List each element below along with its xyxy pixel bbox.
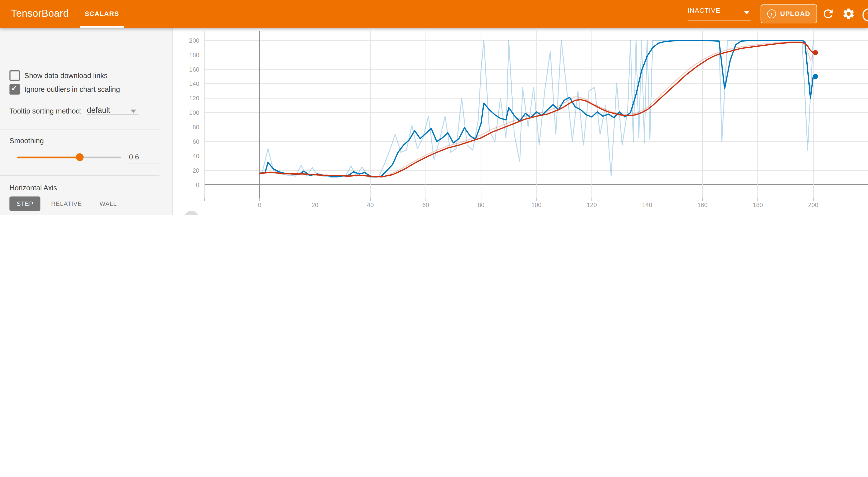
help-icon[interactable]: ? bbox=[863, 8, 868, 22]
svg-text:180: 180 bbox=[189, 52, 199, 58]
smoothing-label: Smoothing bbox=[9, 137, 44, 145]
slider-thumb[interactable] bbox=[75, 153, 83, 161]
checkbox-label: Ignore outliers in chart scaling bbox=[25, 85, 120, 94]
tab-scalars[interactable]: SCALARS bbox=[80, 0, 124, 28]
tooltip-sort-label: Tooltip sorting method: bbox=[9, 107, 82, 115]
svg-text:40: 40 bbox=[192, 153, 199, 159]
upload-button[interactable]: i UPLOAD bbox=[761, 4, 817, 23]
app-header: TensorBoard SCALARS INACTIVE i UPLOAD ? bbox=[0, 0, 868, 28]
smoothing-value-input[interactable]: 0.6 bbox=[129, 153, 159, 163]
checkbox[interactable]: ✓ bbox=[9, 84, 20, 95]
svg-text:160: 160 bbox=[697, 201, 708, 208]
main-content: 0204060801001201401601802000204060801001… bbox=[172, 28, 868, 215]
checkbox[interactable] bbox=[9, 70, 20, 81]
gear-icon[interactable] bbox=[842, 7, 855, 21]
app-title[interactable]: TensorBoard bbox=[11, 8, 69, 20]
axis-button-wall[interactable]: WALL bbox=[92, 196, 124, 211]
chart-toolbar bbox=[184, 211, 232, 215]
svg-text:200: 200 bbox=[189, 37, 199, 44]
option-checkbox-row: Show data download links bbox=[9, 70, 107, 81]
tooltip-sort-row: Tooltip sorting method: bbox=[9, 107, 82, 115]
svg-text:60: 60 bbox=[192, 138, 199, 145]
checkbox-label: Show data download links bbox=[25, 71, 107, 80]
rewards-chart-svg[interactable]: 0204060801001201401601802000204060801001… bbox=[173, 28, 868, 215]
upload-label: UPLOAD bbox=[780, 10, 810, 18]
status-label: INACTIVE bbox=[688, 7, 720, 14]
svg-text:100: 100 bbox=[531, 201, 541, 208]
axis-button-step[interactable]: STEP bbox=[9, 196, 41, 211]
settings-sidebar: Show data download links✓Ignore outliers… bbox=[0, 28, 172, 215]
chevron-down-icon bbox=[744, 11, 749, 14]
axis-button-relative[interactable]: RELATIVE bbox=[44, 196, 89, 211]
chevron-down-icon bbox=[130, 109, 136, 113]
svg-text:120: 120 bbox=[189, 95, 199, 101]
svg-text:140: 140 bbox=[642, 201, 652, 208]
smoothing-slider[interactable] bbox=[17, 157, 121, 158]
svg-text:60: 60 bbox=[422, 201, 429, 208]
refresh-icon[interactable] bbox=[822, 7, 835, 21]
svg-text:140: 140 bbox=[189, 80, 199, 87]
expand-chart-icon[interactable] bbox=[184, 211, 199, 215]
svg-text:20: 20 bbox=[192, 167, 199, 174]
option-checkbox-row: ✓Ignore outliers in chart scaling bbox=[9, 84, 120, 95]
fit-domain-icon[interactable] bbox=[217, 211, 232, 215]
status-dropdown[interactable]: INACTIVE bbox=[688, 7, 751, 21]
horizontal-axis-buttons: STEPRELATIVEWALL bbox=[9, 196, 124, 211]
svg-text:80: 80 bbox=[478, 201, 485, 208]
svg-text:160: 160 bbox=[189, 66, 199, 73]
svg-text:100: 100 bbox=[189, 109, 199, 116]
svg-text:0: 0 bbox=[258, 201, 261, 208]
svg-text:40: 40 bbox=[367, 201, 374, 208]
svg-text:120: 120 bbox=[587, 201, 597, 208]
tensorboard-app: TensorBoard SCALARS INACTIVE i UPLOAD ? … bbox=[0, 0, 868, 215]
svg-text:0: 0 bbox=[196, 182, 199, 188]
log-scale-icon[interactable] bbox=[200, 211, 216, 215]
svg-text:80: 80 bbox=[192, 124, 199, 130]
info-icon: i bbox=[768, 9, 776, 18]
svg-text:20: 20 bbox=[312, 201, 318, 208]
svg-text:200: 200 bbox=[808, 201, 818, 208]
horizontal-axis-label: Horizontal Axis bbox=[9, 184, 57, 192]
tooltip-sort-select[interactable]: default bbox=[87, 106, 138, 115]
rewards-chart-card: 0204060801001201401601802000204060801001… bbox=[173, 28, 868, 215]
svg-text:180: 180 bbox=[753, 201, 763, 208]
